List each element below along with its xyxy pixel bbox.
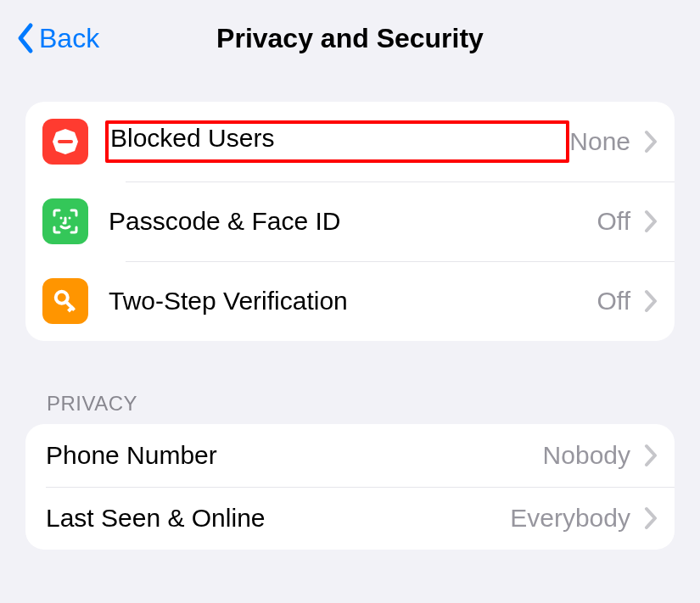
chevron-right-icon [644, 289, 658, 313]
row-label: Two-Step Verification [109, 287, 597, 315]
svg-rect-0 [58, 140, 73, 143]
row-passcode[interactable]: Passcode & Face ID Off [25, 181, 675, 261]
chevron-right-icon [644, 506, 658, 530]
row-value: Nobody [543, 441, 630, 470]
chevron-right-icon [644, 130, 658, 154]
chevron-right-icon [644, 209, 658, 233]
row-phone-number[interactable]: Phone Number Nobody [25, 424, 675, 487]
svg-point-2 [69, 217, 71, 220]
row-two-step[interactable]: Two-Step Verification Off [25, 261, 675, 341]
row-blocked-users[interactable]: Blocked Users None [25, 102, 675, 181]
row-label: Blocked Users [105, 120, 569, 163]
section-header-privacy: PRIVACY [47, 392, 675, 416]
chevron-left-icon [15, 22, 34, 54]
back-label: Back [39, 23, 99, 54]
row-last-seen[interactable]: Last Seen & Online Everybody [25, 487, 675, 550]
chevron-right-icon [644, 444, 658, 467]
back-button[interactable]: Back [8, 22, 99, 54]
privacy-group: Phone Number Nobody Last Seen & Online E… [25, 424, 675, 550]
page-title: Privacy and Security [216, 23, 484, 54]
nav-bar: Back Privacy and Security [0, 0, 700, 76]
row-label: Phone Number [46, 441, 543, 470]
key-icon [42, 278, 88, 324]
row-value: Off [597, 207, 630, 236]
row-value: Everybody [510, 504, 630, 533]
row-value: None [569, 127, 630, 156]
face-id-icon [42, 198, 88, 244]
row-label: Passcode & Face ID [109, 207, 597, 236]
blocked-users-icon [42, 119, 88, 165]
row-value: Off [597, 287, 630, 315]
svg-point-1 [60, 217, 63, 220]
security-group: Blocked Users None Passcode & Face ID Of… [25, 102, 675, 341]
row-label: Last Seen & Online [46, 504, 510, 533]
